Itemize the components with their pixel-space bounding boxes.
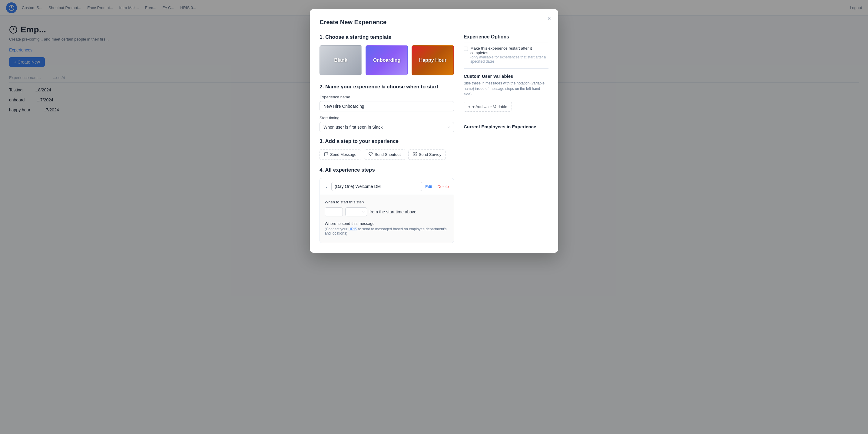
experience-options-title: Experience Options [464, 34, 549, 42]
experience-name-label: Experience name [319, 95, 454, 99]
heart-icon [369, 152, 373, 157]
template-section-title: 1. Choose a starting template [319, 34, 454, 40]
step-delete-button[interactable]: Delete [437, 184, 449, 189]
send-survey-button[interactable]: Send Survey [408, 149, 446, 160]
hris-link[interactable]: HRIS [349, 227, 358, 231]
timing-unit-select[interactable]: days weeks [345, 207, 367, 216]
where-sublabel: (Connect your HRIS to send to messaged b… [325, 227, 449, 235]
start-timing-select[interactable]: When user is first seen in SlackOn a spe… [319, 122, 454, 132]
step-edit-button[interactable]: Edit [425, 184, 432, 189]
template-onboarding-label: Onboarding [366, 46, 407, 75]
modal-overlay: Create New Experience × 1. Choose a star… [0, 0, 868, 434]
template-card-happy-hour[interactable]: Happy Hour [411, 45, 454, 75]
start-timing-label: Start timing [319, 115, 454, 120]
template-card-onboarding[interactable]: Onboarding [366, 45, 408, 75]
all-steps-section-title: 4. All experience steps [319, 167, 454, 173]
restart-sublabel: (only available for experiences that sta… [470, 55, 549, 64]
step-name-input[interactable] [331, 182, 422, 191]
close-modal-button[interactable]: × [547, 15, 551, 22]
restart-checkbox[interactable] [464, 46, 468, 51]
restart-label: Make this experience restart after it co… [470, 46, 549, 55]
chevron-down-icon[interactable]: ⌄ [325, 184, 328, 189]
plus-icon: + [468, 104, 471, 109]
current-employees-title: Current Employees in Experience [464, 124, 549, 129]
timing-number-input[interactable] [325, 207, 343, 216]
template-blank-label: Blank [320, 46, 361, 75]
template-happy-hour-label: Happy Hour [412, 46, 454, 75]
when-to-start-label: When to start this step [325, 200, 449, 204]
from-start-text: from the start time above [370, 209, 416, 214]
survey-icon [413, 152, 417, 157]
message-icon [324, 152, 328, 157]
where-to-send-label: Where to send this message [325, 221, 449, 226]
send-message-button[interactable]: Send Message [319, 149, 361, 160]
template-card-blank[interactable]: Blank [319, 45, 362, 75]
experience-name-input[interactable] [319, 101, 454, 111]
custom-vars-title: Custom User Variables [464, 73, 549, 79]
modal-title: Create New Experience [319, 19, 549, 26]
add-user-variable-button[interactable]: + + Add User Variable [464, 102, 512, 112]
create-experience-modal: Create New Experience × 1. Choose a star… [310, 9, 558, 253]
name-timing-section-title: 2. Name your experience & choose when to… [319, 84, 454, 90]
custom-vars-desc: (use these in messages with the notation… [464, 80, 549, 97]
add-step-section-title: 3. Add a step to your experience [319, 138, 454, 144]
send-shoutout-button[interactable]: Send Shoutout [364, 149, 405, 160]
step-item: ⌄ Edit Delete When to start this step da… [319, 178, 454, 243]
